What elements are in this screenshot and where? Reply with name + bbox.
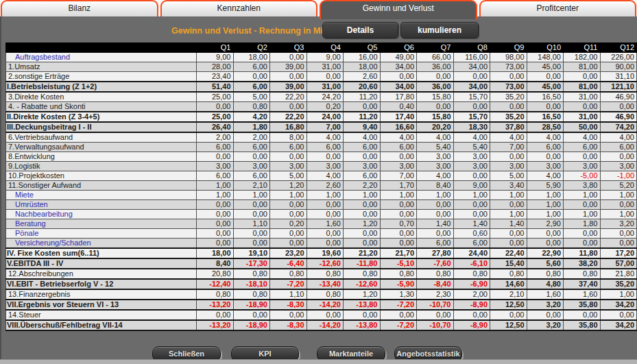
- tab-gewinn-und-verlust[interactable]: Gewinn und Verlust: [320, 0, 477, 19]
- row-label: I.Betriebsleistung (Z 1+2): [6, 82, 197, 92]
- row-label[interactable]: Beratung: [6, 219, 197, 229]
- value-cell: 2,10: [490, 289, 527, 300]
- value-cell: 2,30: [417, 289, 454, 300]
- value-cell: 0,00: [307, 72, 344, 82]
- value-cell: 0,00: [564, 200, 601, 210]
- row-label[interactable]: Pönale: [6, 229, 197, 239]
- value-cell: 3,20: [527, 300, 564, 310]
- row-label[interactable]: Auftragsbestand: [6, 53, 197, 62]
- row-label: 8.Entwicklung: [6, 152, 197, 162]
- value-cell: -8,30: [270, 300, 307, 310]
- row-label[interactable]: Umrüsten: [6, 200, 197, 210]
- value-cell: 3,00: [527, 162, 564, 171]
- value-cell: 0,00: [233, 229, 270, 239]
- value-cell: 1,00: [600, 210, 637, 219]
- value-cell: -12,40: [197, 279, 234, 289]
- row-label[interactable]: Nachbearbeitung: [6, 210, 197, 219]
- value-cell: 0,00: [270, 239, 307, 249]
- value-cell: 0,00: [417, 102, 454, 112]
- table-row: II.Direkte Kosten (Z 3-4+5)25,004,2022,2…: [6, 112, 637, 122]
- row-label[interactable]: Versicherung/Schaden: [6, 239, 197, 249]
- value-cell: -7,20: [270, 279, 307, 289]
- row-label: 1.Umsatz: [6, 62, 197, 72]
- value-cell: 6,00: [380, 143, 417, 152]
- page-title: Gewinn und Verlust - Rechnung in Mio: [171, 26, 328, 36]
- value-cell: 226,00: [600, 53, 637, 62]
- value-cell: -5,10: [380, 258, 417, 269]
- value-cell: 4,80: [527, 279, 564, 289]
- table-row: Umrüsten0,000,000,000,000,000,000,000,00…: [6, 200, 637, 210]
- row-label: 13.Finanzergebnis: [6, 289, 197, 300]
- value-cell: 5,90: [527, 181, 564, 191]
- value-cell: 5,00: [233, 92, 270, 102]
- quarter-column-header: Q5: [344, 43, 381, 53]
- value-cell: 0,00: [270, 72, 307, 82]
- value-cell: 26,40: [197, 122, 234, 132]
- value-cell: 3,00: [197, 162, 234, 171]
- value-cell: 0,00: [270, 102, 307, 112]
- value-cell: 3,00: [490, 162, 527, 171]
- value-cell: 0,00: [344, 152, 381, 162]
- value-cell: 17,40: [380, 112, 417, 122]
- value-cell: 0,40: [380, 102, 417, 112]
- value-cell: 0,00: [197, 219, 234, 229]
- details-button[interactable]: Details: [322, 22, 398, 38]
- value-cell: -6,10: [453, 258, 490, 269]
- tab-bilanz[interactable]: Bilanz: [1, 0, 158, 16]
- value-cell: 4,00: [417, 171, 454, 181]
- value-cell: 0,00: [600, 310, 637, 320]
- value-cell: 4,00: [527, 171, 564, 181]
- value-cell: 6,00: [564, 143, 601, 152]
- value-cell: 0,00: [270, 200, 307, 210]
- value-cell: 39,00: [270, 82, 307, 92]
- value-cell: 0,80: [233, 289, 270, 300]
- value-cell: 22,20: [270, 92, 307, 102]
- tab-profitcenter[interactable]: Profitcenter: [479, 0, 637, 16]
- table-row: 6.Vertriebsaufwand2,002,008,004,004,004,…: [6, 132, 637, 143]
- value-cell: 37,80: [490, 122, 527, 132]
- value-cell: 4,00: [307, 132, 344, 143]
- value-cell: 5,60: [527, 258, 564, 269]
- value-cell: 18,00: [344, 62, 381, 72]
- value-cell: -6,90: [453, 279, 490, 289]
- value-cell: 34,00: [453, 62, 490, 72]
- value-cell: 23,40: [197, 72, 234, 82]
- tab-kennzahlen[interactable]: Kennzahlen: [160, 0, 318, 16]
- value-cell: -8,90: [453, 300, 490, 310]
- table-row: 14.Steuer0,000,000,000,000,000,000,000,0…: [6, 310, 637, 320]
- value-cell: 0,00: [453, 102, 490, 112]
- value-cell: 16,50: [527, 92, 564, 102]
- row-label[interactable]: Miete: [6, 191, 197, 200]
- value-cell: -5,90: [380, 279, 417, 289]
- value-cell: 0,80: [417, 269, 454, 279]
- value-cell: 38,20: [564, 258, 601, 269]
- value-cell: 3,00: [344, 162, 381, 171]
- row-label: 6.Vertriebsaufwand: [6, 132, 197, 143]
- value-cell: 9,00: [453, 181, 490, 191]
- value-cell: 1,80: [233, 122, 270, 132]
- value-cell: 23,20: [270, 248, 307, 258]
- value-cell: 16,50: [527, 112, 564, 122]
- value-cell: 49,00: [380, 53, 417, 62]
- value-cell: -18,90: [233, 300, 270, 310]
- value-cell: 31,00: [564, 112, 601, 122]
- value-cell: 3,20: [600, 219, 637, 229]
- value-cell: 28,00: [197, 62, 234, 72]
- value-cell: 1,00: [417, 191, 454, 200]
- value-cell: 1,00: [490, 191, 527, 200]
- value-cell: 1,00: [527, 191, 564, 200]
- value-cell: 98,00: [490, 53, 527, 62]
- value-cell: 1,00: [233, 191, 270, 200]
- value-cell: 0,00: [453, 200, 490, 210]
- table-row: 7.Verwaltungsaufwand6,006,006,006,006,00…: [6, 143, 637, 152]
- value-cell: 0,20: [270, 219, 307, 229]
- pnl-table-head: Q1Q2Q3Q4Q5Q6Q7Q8Q9Q10Q11Q12: [6, 43, 637, 53]
- quarter-column-header: Q11: [564, 43, 601, 53]
- value-cell: 4,00: [417, 132, 454, 143]
- kumulieren-button[interactable]: kumulieren: [400, 22, 479, 38]
- value-cell: 0,00: [380, 152, 417, 162]
- value-cell: 16,80: [270, 122, 307, 132]
- value-cell: 12,50: [490, 320, 527, 330]
- value-cell: 45,00: [527, 62, 564, 72]
- value-cell: 1,10: [233, 219, 270, 229]
